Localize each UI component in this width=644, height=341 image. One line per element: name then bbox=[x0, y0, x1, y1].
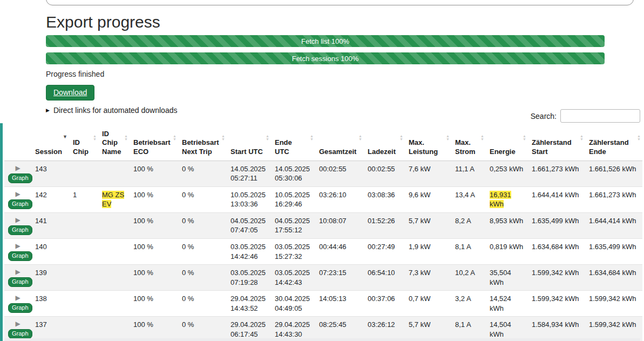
sort-icon: ▲▼ bbox=[358, 135, 362, 141]
cell-max_strom: 3,2 A bbox=[451, 291, 486, 317]
page-title: Export progress bbox=[46, 13, 605, 31]
progress-bar-label: Fetch sessions 100% bbox=[292, 55, 359, 63]
cell-eco: 100 % bbox=[130, 161, 178, 186]
column-header-ladezeit[interactable]: Ladezeit▲▼ bbox=[364, 126, 405, 161]
column-header-start_utc[interactable]: Start UTC▲▼ bbox=[227, 126, 271, 161]
table-row: ▶Graph137100 %0 %29.04.2025 06:17:4529.0… bbox=[4, 317, 642, 341]
cell-next_trip: 0 % bbox=[178, 291, 227, 317]
cell-max_strom: 8,2 A bbox=[451, 212, 486, 238]
column-header-zaehlerstand_ende[interactable]: Zählerstand Ende▲▼ bbox=[585, 126, 642, 161]
cell-zaehlerstand_start: 1.599,342 kWh bbox=[528, 291, 585, 317]
column-label: ID Chip Name bbox=[102, 130, 121, 156]
cell-ende_utc: 30.04.2025 04:49:05 bbox=[271, 291, 315, 317]
cell-chip_name: MG ZS EV bbox=[98, 186, 130, 212]
cell-zaehlerstand_ende: 1.599,342 kWh bbox=[585, 291, 642, 317]
column-header-ende_utc[interactable]: Ende UTC▲▼ bbox=[271, 126, 315, 161]
cell-start_utc: 04.05.2025 07:47:05 bbox=[227, 212, 271, 238]
cell-max_leistung: 5,7 kW bbox=[405, 212, 451, 238]
direct-links-label: Direct links for automated downloads bbox=[53, 106, 178, 115]
cell-max_strom: 8,1 A bbox=[451, 317, 486, 341]
cell-chip_name bbox=[98, 265, 130, 291]
cell-energie: 0,253 kWh bbox=[486, 161, 528, 186]
cell-max_leistung: 5,7 kW bbox=[405, 317, 451, 341]
cell-chip_name bbox=[98, 212, 130, 238]
cell-next_trip: 0 % bbox=[178, 212, 227, 238]
cell-ende_utc: 03.05.2025 14:42:43 bbox=[271, 265, 315, 291]
expand-row-icon[interactable]: ▶ bbox=[8, 216, 28, 224]
sort-icon: ▲▼ bbox=[221, 135, 225, 141]
column-header-id_chip[interactable]: ID Chip▲▼ bbox=[69, 126, 98, 161]
table-row: ▶Graph141100 %0 %04.05.2025 07:47:0504.0… bbox=[4, 212, 642, 238]
sort-icon: ▲▼ bbox=[637, 135, 641, 141]
cell-max_strom: 13,4 A bbox=[451, 186, 486, 212]
column-label: Betriebsart Next Trip bbox=[182, 138, 219, 155]
cell-zaehlerstand_start: 1.661,273 kWh bbox=[528, 161, 585, 186]
expand-row-icon[interactable]: ▶ bbox=[8, 190, 28, 198]
cell-next_trip: 0 % bbox=[178, 186, 227, 212]
cell-gesamtzeit: 14:05:13 bbox=[315, 291, 364, 317]
column-header-session[interactable]: Session▼ bbox=[31, 126, 69, 161]
expand-row-icon[interactable]: ▶ bbox=[8, 164, 28, 172]
column-header-max_strom[interactable]: Max. Strom▲▼ bbox=[451, 126, 486, 161]
graph-button[interactable]: Graph bbox=[8, 329, 32, 339]
sort-icon: ▲▼ bbox=[580, 135, 584, 141]
expand-row-icon[interactable]: ▶ bbox=[8, 320, 28, 327]
cell-max_leistung: 1,9 kW bbox=[405, 239, 451, 265]
column-header-energie[interactable]: Energie▲▼ bbox=[486, 126, 528, 161]
cell-session: 141 bbox=[31, 212, 69, 238]
cell-ende_utc: 04.05.2025 17:55:12 bbox=[271, 212, 315, 238]
cell-start_utc: 14.05.2025 05:27:11 bbox=[227, 161, 271, 186]
graph-button[interactable]: Graph bbox=[8, 251, 32, 261]
cell-max_leistung: 7,6 kW bbox=[405, 161, 451, 186]
cell-ende_utc: 10.05.2025 16:29:46 bbox=[271, 186, 315, 212]
graph-button[interactable]: Graph bbox=[8, 225, 32, 235]
cell-gesamtzeit: 03:26:10 bbox=[315, 186, 364, 212]
column-label: Ladezeit bbox=[368, 148, 396, 156]
column-header-eco[interactable]: Betriebsart ECO▲▼ bbox=[130, 126, 178, 161]
cell-start_utc: 29.04.2025 14:43:52 bbox=[227, 291, 271, 317]
cell-session: 143 bbox=[31, 161, 69, 186]
sort-icon: ▲▼ bbox=[523, 135, 526, 141]
sort-desc-icon: ▼ bbox=[63, 135, 67, 139]
cell-max_leistung: 0,7 kW bbox=[405, 291, 451, 317]
search-input[interactable] bbox=[560, 109, 640, 123]
graph-button[interactable]: Graph bbox=[8, 277, 32, 287]
cell-eco: 100 % bbox=[130, 212, 178, 238]
left-accent-bar bbox=[0, 123, 3, 341]
cell-chip_name bbox=[98, 291, 130, 317]
expand-row-icon[interactable]: ▶ bbox=[8, 294, 28, 302]
column-header-max_leistung[interactable]: Max. Leistung▲▼ bbox=[405, 126, 451, 161]
download-button[interactable]: Download bbox=[46, 85, 94, 101]
cell-controls: ▶Graph bbox=[4, 239, 31, 265]
cell-gesamtzeit: 10:08:07 bbox=[315, 212, 364, 238]
expand-row-icon[interactable]: ▶ bbox=[8, 242, 28, 250]
expand-row-icon[interactable]: ▶ bbox=[8, 268, 28, 276]
column-header-gesamtzeit[interactable]: Gesamtzeit▲▼ bbox=[315, 126, 364, 161]
cell-gesamtzeit: 00:44:46 bbox=[315, 239, 364, 265]
cell-start_utc: 03.05.2025 14:42:46 bbox=[227, 239, 271, 265]
cell-id_chip bbox=[69, 291, 98, 317]
direct-links-summary[interactable]: ▶ Direct links for automated downloads bbox=[46, 106, 605, 115]
column-label: Ende UTC bbox=[275, 138, 292, 155]
cell-chip_name bbox=[98, 239, 130, 265]
graph-button[interactable]: Graph bbox=[8, 303, 32, 313]
column-header-next_trip[interactable]: Betriebsart Next Trip▲▼ bbox=[178, 126, 227, 161]
cell-start_utc: 29.04.2025 06:17:45 bbox=[227, 317, 271, 341]
column-header-chip_name[interactable]: ID Chip Name▲▼ bbox=[98, 126, 130, 161]
cell-max_strom: 10,2 A bbox=[451, 265, 486, 291]
cell-id_chip bbox=[69, 265, 98, 291]
cell-id_chip bbox=[69, 212, 98, 238]
column-header-zaehlerstand_start[interactable]: Zählerstand Start▲▼ bbox=[528, 126, 585, 161]
cell-energie: 35,504 kWh bbox=[486, 265, 528, 291]
graph-button[interactable]: Graph bbox=[8, 173, 32, 183]
cell-ladezeit: 06:54:10 bbox=[364, 265, 405, 291]
graph-button[interactable]: Graph bbox=[8, 199, 32, 209]
table-header-row: Session▼ID Chip▲▼ID Chip Name▲▼Betriebsa… bbox=[4, 126, 642, 161]
direct-links-details[interactable]: ▶ Direct links for automated downloads bbox=[46, 106, 605, 115]
cell-max_strom: 11,1 A bbox=[451, 161, 486, 186]
cell-eco: 100 % bbox=[130, 291, 178, 317]
column-label: Max. Leistung bbox=[409, 138, 438, 155]
details-triangle-icon: ▶ bbox=[46, 108, 50, 113]
column-label: Zählerstand Start bbox=[532, 138, 572, 155]
cell-session: 139 bbox=[31, 265, 69, 291]
